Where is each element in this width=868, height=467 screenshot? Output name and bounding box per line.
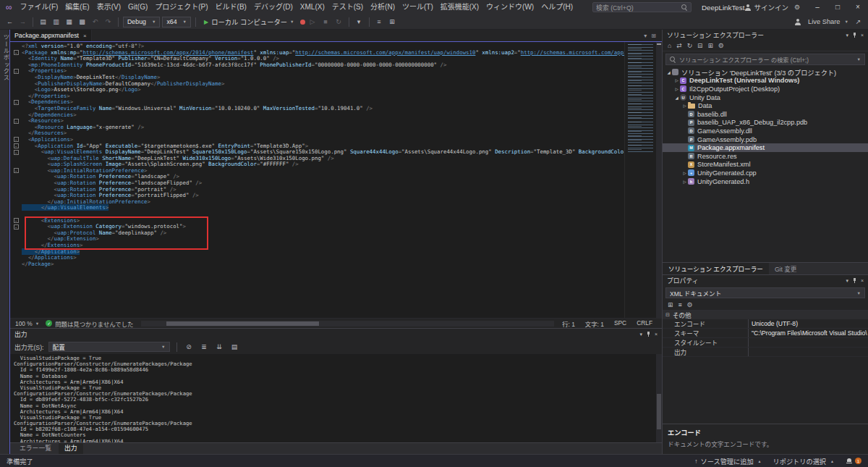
code-line[interactable]: <Resource Language="x-generate" /> bbox=[10, 125, 624, 131]
code-line[interactable]: </Application> bbox=[10, 249, 624, 256]
stop-icon[interactable]: ■ bbox=[320, 17, 331, 28]
collapse-all-icon[interactable]: ⊟ bbox=[697, 41, 702, 51]
open-file-icon[interactable]: ▥ bbox=[51, 17, 61, 28]
code-line[interactable]: </Dependencies> bbox=[10, 112, 624, 119]
window-position-icon[interactable]: ▾ bbox=[846, 278, 848, 284]
menu-item[interactable]: ファイル(F) bbox=[17, 0, 62, 14]
fold-toggle-icon[interactable]: - bbox=[14, 119, 19, 124]
notifications-button[interactable]: 1 bbox=[846, 458, 861, 464]
menu-item[interactable]: ツール(T) bbox=[399, 0, 437, 14]
property-pages-icon[interactable]: ⚙ bbox=[687, 300, 693, 310]
menu-item[interactable]: 編集(E) bbox=[61, 0, 93, 14]
save-icon[interactable]: ▦ bbox=[64, 17, 75, 28]
property-value[interactable]: Unicode (UTF-8) bbox=[748, 319, 868, 328]
pin-icon[interactable] bbox=[852, 278, 857, 284]
fold-toggle-icon[interactable]: - bbox=[14, 218, 19, 223]
output-source-select[interactable]: 配置 ▼ bbox=[48, 342, 170, 352]
bottom-tab-active[interactable]: 出力 bbox=[59, 443, 83, 454]
output-log[interactable]: VisualStudioPackage = TrueConfigurationP… bbox=[10, 354, 662, 442]
menu-item[interactable]: ヘルプ(H) bbox=[537, 0, 576, 14]
platform-select[interactable]: x64▼ bbox=[162, 17, 191, 28]
configuration-select[interactable]: Debug▼ bbox=[123, 17, 160, 28]
explorer-tab-active[interactable]: ソリューション エクスプローラー bbox=[663, 263, 769, 274]
maximize-button[interactable]: □ bbox=[827, 0, 848, 14]
property-row[interactable]: スキーマ"C:\Program Files\Microsoft Visual S… bbox=[663, 329, 868, 338]
tree-item[interactable]: ▷Data bbox=[663, 101, 868, 110]
select-repository-button[interactable]: リポジトリの選択 ▲ bbox=[773, 456, 834, 466]
tree-item[interactable]: DGameAssembly.dll bbox=[663, 127, 868, 135]
categorized-icon[interactable]: ⊞ bbox=[668, 300, 673, 310]
fold-toggle-icon[interactable]: - bbox=[14, 168, 19, 173]
tree-item[interactable]: MPackage.appxmanifest bbox=[663, 143, 868, 152]
word-wrap-icon[interactable]: ≣ bbox=[199, 342, 210, 353]
active-files-dropdown-icon[interactable]: ▾ bbox=[644, 33, 647, 39]
space-mode-indicator[interactable]: SPC bbox=[614, 319, 626, 328]
property-value[interactable] bbox=[748, 338, 868, 347]
collapsed-icon[interactable]: ▷ bbox=[681, 171, 688, 175]
fold-toggle-icon[interactable]: - bbox=[14, 224, 19, 230]
horizontal-scrollbar[interactable] bbox=[141, 321, 554, 327]
property-value[interactable] bbox=[748, 348, 868, 356]
switch-views-icon[interactable]: ⇄ bbox=[676, 41, 681, 51]
refresh-icon[interactable]: ↻ bbox=[687, 41, 692, 51]
collapsed-icon[interactable]: ▷ bbox=[673, 87, 680, 91]
menu-item[interactable]: プロジェクト(P) bbox=[151, 0, 211, 14]
tree-item[interactable]: Pbaselib_UAP_x86_Debug_il2cpp.pdb bbox=[663, 119, 868, 127]
properties-header[interactable]: プロパティ ▾ × bbox=[663, 275, 868, 286]
close-icon[interactable]: × bbox=[655, 332, 658, 337]
tree-item[interactable]: RResource.res bbox=[663, 152, 868, 161]
code-line[interactable]: <mp:PhoneIdentity PhoneProductId="51639e… bbox=[10, 62, 624, 69]
menu-item[interactable]: 拡張機能(X) bbox=[437, 0, 482, 14]
code-line[interactable]: </uap:Extension> bbox=[10, 236, 624, 243]
tree-item[interactable]: ▷+UnityGenerated.cpp bbox=[663, 169, 868, 177]
expanded-icon[interactable]: ◢ bbox=[673, 96, 680, 100]
nav-forward-icon[interactable]: → bbox=[17, 17, 28, 28]
code-line[interactable]: </Properties> bbox=[10, 93, 624, 100]
output-scrollbar[interactable] bbox=[656, 354, 662, 442]
add-to-source-control-button[interactable]: ↑ ソース管理に追加 ▲ bbox=[694, 456, 761, 466]
property-row[interactable]: エンコードUnicode (UTF-8) bbox=[663, 319, 868, 329]
new-file-icon[interactable]: ▤ bbox=[38, 17, 48, 28]
pin-icon[interactable] bbox=[852, 33, 857, 38]
code-line[interactable]: <Logo>Assets\StoreLogo.png</Logo> bbox=[10, 87, 624, 93]
bottom-tab[interactable]: エラー一覧 bbox=[14, 443, 57, 454]
menu-item[interactable]: テスト(S) bbox=[328, 0, 367, 14]
menu-item[interactable]: デバッグ(D) bbox=[250, 0, 297, 14]
copy-output-icon[interactable]: ▤ bbox=[229, 342, 240, 353]
show-all-files-icon[interactable]: ⊞ bbox=[707, 41, 712, 51]
menu-item[interactable]: 分析(N) bbox=[367, 0, 399, 14]
property-value[interactable]: "C:\Program Files\Microsoft Visual Studi… bbox=[748, 329, 868, 337]
redo-icon[interactable]: ↷ bbox=[103, 17, 114, 28]
hot-reload-icon[interactable] bbox=[300, 20, 305, 25]
property-row[interactable]: 出力 bbox=[663, 348, 868, 357]
expanded-icon[interactable]: ◢ bbox=[665, 70, 672, 75]
tree-item[interactable]: ▷CIl2CppOutputProject (Desktop) bbox=[663, 85, 868, 93]
sign-in-button[interactable]: サインイン bbox=[754, 2, 788, 12]
explorer-tab[interactable]: Git 変更 bbox=[769, 263, 803, 274]
tab-close-icon[interactable]: × bbox=[83, 33, 87, 39]
fold-toggle-icon[interactable]: - bbox=[14, 100, 19, 105]
code-line[interactable]: </Applications> bbox=[10, 255, 624, 261]
close-icon[interactable]: × bbox=[861, 278, 864, 283]
property-category-row[interactable]: ⊟ その他 bbox=[663, 311, 868, 319]
live-share-button[interactable]: Live Share bbox=[808, 18, 840, 25]
restart-icon[interactable]: ↻ bbox=[333, 17, 344, 28]
properties-object-select[interactable]: XML ドキュメント ▼ bbox=[665, 287, 865, 298]
fold-toggle-icon[interactable]: - bbox=[14, 143, 19, 148]
clear-all-icon[interactable]: ⊘ bbox=[184, 342, 195, 353]
tree-item[interactable]: XStoreManifest.xml bbox=[663, 161, 868, 169]
solution-platforms-icon[interactable]: ⊞ bbox=[387, 17, 398, 28]
tree-item[interactable]: Dbaselib.dll bbox=[663, 110, 868, 119]
solution-explorer-header[interactable]: ソリューション エクスプローラー ▾ × bbox=[663, 30, 868, 41]
fold-toggle-icon[interactable]: - bbox=[14, 69, 19, 74]
solution-explorer-search-box[interactable]: ソリューション エクスプローラー の検索 (Ctrl+;) ▼ bbox=[665, 54, 865, 65]
start-debugging-button[interactable]: ▶ ローカル コンピューター ▼ bbox=[200, 17, 297, 27]
window-position-icon[interactable]: ▾ bbox=[639, 332, 642, 337]
close-icon[interactable]: × bbox=[861, 33, 864, 38]
minimap[interactable] bbox=[624, 42, 656, 318]
minimize-button[interactable]: – bbox=[807, 0, 827, 14]
fold-toggle-icon[interactable]: - bbox=[14, 137, 19, 142]
toolbox-strip[interactable]: ツールボックス bbox=[0, 30, 9, 454]
line-ending-indicator[interactable]: CRLF bbox=[637, 319, 652, 328]
xml-editor[interactable]: <?xml version="1.0" encoding="utf-8"?>-<… bbox=[10, 42, 662, 318]
